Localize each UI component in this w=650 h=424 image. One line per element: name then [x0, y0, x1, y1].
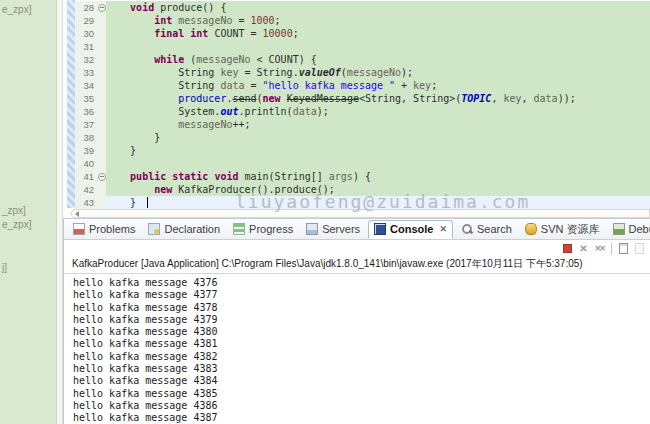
debug-icon	[613, 223, 625, 235]
tab-servers[interactable]: Servers	[301, 221, 365, 237]
svn-repository-icon	[525, 223, 537, 235]
console-toolbar: ✕ ✕✕	[563, 242, 644, 255]
progress-icon	[233, 223, 245, 235]
package-explorer-panel: e_zpx]_zpx]e_zpx]j]	[0, 0, 56, 424]
fold-column	[97, 196, 106, 209]
code-text	[106, 157, 650, 170]
fold-column	[97, 118, 106, 131]
pin-console-icon[interactable]	[635, 243, 644, 254]
tab-label: Problems	[89, 223, 135, 235]
fold-column	[97, 14, 106, 27]
line-number: 30	[75, 27, 97, 40]
line-number: 34	[75, 79, 97, 92]
code-line-40[interactable]: 40	[75, 157, 650, 170]
code-line-28[interactable]: 28 void produce() {	[75, 1, 650, 14]
servers-icon	[306, 223, 318, 235]
code-text: void produce() {	[106, 1, 650, 14]
code-line-29[interactable]: 29 int messageNo = 1000;	[75, 14, 650, 27]
code-line-39[interactable]: 39 }	[75, 144, 650, 157]
console-line: hello kafka message 4382	[73, 351, 650, 363]
console-line: hello kafka message 4376	[73, 277, 650, 289]
console-line: hello kafka message 4378	[73, 302, 650, 314]
remove-launch-icon[interactable]: ✕	[579, 244, 587, 254]
fold-column	[97, 79, 106, 92]
tab-search[interactable]: Search	[456, 221, 517, 237]
fold-column	[97, 183, 106, 196]
tab-label: Debug	[629, 223, 650, 235]
console-line: hello kafka message 4385	[73, 388, 650, 400]
tab-debug[interactable]: Debug	[608, 221, 650, 237]
eclipse-ide-window: e_zpx]_zpx]e_zpx]j] 28 void produce() {2…	[0, 0, 650, 424]
remove-all-terminated-icon[interactable]: ✕✕	[595, 244, 604, 254]
fold-column	[97, 92, 106, 105]
tab-label: Console	[390, 223, 433, 235]
line-number: 29	[75, 14, 97, 27]
fold-column	[97, 66, 106, 79]
code-text: final int COUNT = 10000;	[106, 27, 650, 40]
line-number: 33	[75, 66, 97, 79]
code-text: messageNo++;	[106, 118, 650, 131]
code-text	[106, 40, 650, 53]
java-editor[interactable]: 28 void produce() {29 int messageNo = 10…	[63, 0, 650, 218]
tab-progress[interactable]: Progress	[228, 221, 298, 237]
console-line: hello kafka message 4379	[73, 314, 650, 326]
console-line: hello kafka message 4381	[73, 338, 650, 350]
line-number: 35	[75, 92, 97, 105]
fold-column	[97, 105, 106, 118]
console-line: hello kafka message 4384	[73, 375, 650, 387]
tree-item-partial[interactable]: e_zpx]	[2, 219, 31, 230]
tab-label: Progress	[249, 223, 293, 235]
code-line-41[interactable]: 41 public static void main(String[] args…	[75, 170, 650, 183]
fold-column	[97, 131, 106, 144]
code-text: }	[106, 131, 650, 144]
code-line-32[interactable]: 32 while (messageNo < COUNT) {	[75, 53, 650, 66]
tab-declaration[interactable]: Declaration	[143, 221, 225, 237]
code-text: public static void main(String[] args) {	[106, 170, 650, 183]
fold-column	[97, 157, 106, 170]
code-text: while (messageNo < COUNT) {	[106, 53, 650, 66]
console-line: hello kafka message 4383	[73, 363, 650, 375]
console-output[interactable]: hello kafka message 4376hello kafka mess…	[64, 274, 650, 424]
fold-collapse-icon[interactable]	[97, 1, 106, 14]
code-line-31[interactable]: 31	[75, 40, 650, 53]
line-number: 36	[75, 105, 97, 118]
problems-icon	[73, 223, 85, 235]
code-text: producer.send(new KeyedMessage<String, S…	[106, 92, 650, 105]
code-text: String key = String.valueOf(messageNo);	[106, 66, 650, 79]
clear-console-icon[interactable]	[619, 243, 628, 254]
fold-column	[97, 144, 106, 157]
line-number: 42	[75, 183, 97, 196]
scroll-left-icon[interactable]	[75, 211, 79, 217]
line-number: 31	[75, 40, 97, 53]
code-text: String data = "hello kafka message " + k…	[106, 79, 650, 92]
tab-console[interactable]: Console✕	[368, 220, 453, 239]
tab-label: Search	[477, 223, 512, 235]
tab-svn-[interactable]: SVN 资源库	[520, 220, 605, 239]
line-number: 39	[75, 144, 97, 157]
terminate-icon[interactable]	[563, 244, 572, 253]
code-line-36[interactable]: 36 System.out.println(data);	[75, 105, 650, 118]
tab-label: SVN 资源库	[541, 222, 600, 237]
code-line-35[interactable]: 35 producer.send(new KeyedMessage<String…	[75, 92, 650, 105]
code-text: int messageNo = 1000;	[106, 14, 650, 27]
tab-problems[interactable]: Problems	[68, 221, 140, 237]
code-text: }	[106, 144, 650, 157]
code-line-37[interactable]: 37 messageNo++;	[75, 118, 650, 131]
tree-item-partial[interactable]: j]	[2, 262, 7, 273]
line-number: 32	[75, 53, 97, 66]
console-line: hello kafka message 4386	[73, 400, 650, 412]
tree-item-partial[interactable]: e_zpx]	[2, 4, 31, 15]
tree-item-partial[interactable]: _zpx]	[2, 205, 26, 216]
fold-collapse-icon[interactable]	[97, 170, 106, 183]
code-line-34[interactable]: 34 String data = "hello kafka message " …	[75, 79, 650, 92]
code-line-33[interactable]: 33 String key = String.valueOf(messageNo…	[75, 66, 650, 79]
close-icon[interactable]: ✕	[439, 224, 447, 234]
code-line-38[interactable]: 38 }	[75, 131, 650, 144]
search-icon	[461, 223, 473, 235]
code-rows: 28 void produce() {29 int messageNo = 10…	[75, 1, 650, 217]
code-line-30[interactable]: 30 final int COUNT = 10000;	[75, 27, 650, 40]
panel-sash[interactable]	[56, 0, 63, 424]
view-tabbar: ProblemsDeclarationProgressServersConsol…	[64, 219, 650, 240]
code-text: System.out.println(data);	[106, 105, 650, 118]
console-icon	[374, 223, 386, 235]
